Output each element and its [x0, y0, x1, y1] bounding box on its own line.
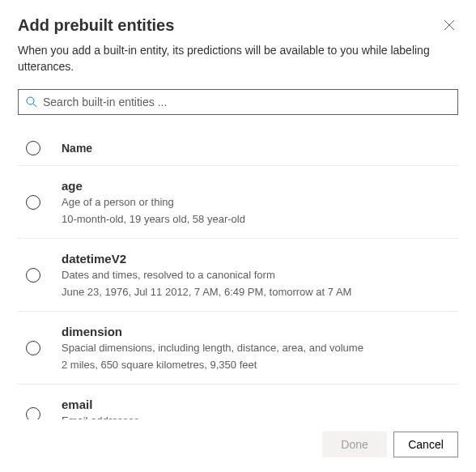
search-box[interactable] — [18, 89, 458, 115]
entity-examples: 10-month-old, 19 years old, 58 year-old — [62, 213, 245, 225]
entity-radio[interactable] — [26, 341, 40, 355]
cancel-button[interactable]: Cancel — [393, 432, 458, 457]
entity-radio[interactable] — [26, 195, 40, 210]
entity-description: Age of a person or thing — [62, 196, 245, 208]
entity-name: dimension — [62, 325, 363, 338]
entity-name: age — [62, 179, 245, 193]
select-all-radio[interactable] — [26, 141, 40, 155]
done-button[interactable]: Done — [322, 432, 387, 457]
entity-name: datetimeV2 — [62, 252, 351, 266]
entity-radio[interactable] — [26, 407, 40, 420]
entity-body: age Age of a person or thing 10-month-ol… — [62, 179, 245, 225]
entity-description: Spacial dimensions, including length, di… — [62, 342, 363, 354]
entity-description: Email addresses — [62, 415, 139, 420]
entity-list[interactable]: Name age Age of a person or thing 10-mon… — [18, 131, 458, 420]
entity-description: Dates and times, resolved to a canonical… — [62, 269, 351, 281]
entity-body: email Email addresses — [62, 398, 139, 420]
entity-body: dimension Spacial dimensions, including … — [62, 325, 363, 371]
svg-point-0 — [27, 97, 34, 104]
dialog-description: When you add a built-in entity, its pred… — [18, 43, 458, 74]
entity-row-datetimev2[interactable]: datetimeV2 Dates and times, resolved to … — [18, 239, 458, 312]
entity-row-email[interactable]: email Email addresses — [18, 385, 458, 420]
close-button[interactable] — [440, 16, 458, 34]
entity-name: email — [62, 398, 139, 411]
dialog-header: Add prebuilt entities — [18, 16, 458, 35]
add-prebuilt-entities-dialog: Add prebuilt entities When you add a bui… — [0, 0, 476, 472]
search-icon — [25, 96, 38, 108]
entity-row-age[interactable]: age Age of a person or thing 10-month-ol… — [18, 166, 458, 239]
search-input[interactable] — [43, 90, 451, 114]
dialog-footer: Done Cancel — [18, 420, 458, 472]
list-header-row: Name — [18, 131, 458, 166]
dialog-title: Add prebuilt entities — [18, 16, 174, 35]
close-icon — [444, 19, 455, 31]
column-header-name: Name — [62, 142, 92, 155]
entity-body: datetimeV2 Dates and times, resolved to … — [62, 252, 351, 298]
entity-examples: June 23, 1976, Jul 11 2012, 7 AM, 6:49 P… — [62, 286, 351, 298]
svg-line-1 — [33, 104, 36, 107]
entity-row-dimension[interactable]: dimension Spacial dimensions, including … — [18, 312, 458, 385]
entity-radio[interactable] — [26, 268, 40, 283]
entity-examples: 2 miles, 650 square kilometres, 9,350 fe… — [62, 359, 363, 371]
